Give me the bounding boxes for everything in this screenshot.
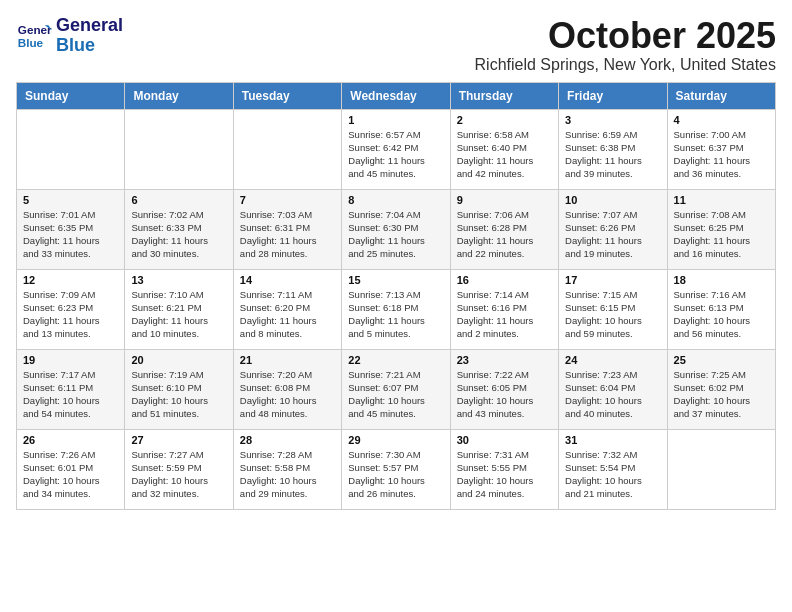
week-row-5: 26Sunrise: 7:26 AM Sunset: 6:01 PM Dayli… (17, 429, 776, 509)
day-number: 30 (457, 434, 552, 446)
day-info: Sunrise: 7:02 AM Sunset: 6:33 PM Dayligh… (131, 208, 226, 261)
calendar-cell: 21Sunrise: 7:20 AM Sunset: 6:08 PM Dayli… (233, 349, 341, 429)
day-number: 10 (565, 194, 660, 206)
day-info: Sunrise: 7:25 AM Sunset: 6:02 PM Dayligh… (674, 368, 769, 421)
logo-text-general: General (56, 16, 123, 36)
day-info: Sunrise: 7:17 AM Sunset: 6:11 PM Dayligh… (23, 368, 118, 421)
logo-text-blue: Blue (56, 36, 123, 56)
day-number: 19 (23, 354, 118, 366)
day-number: 18 (674, 274, 769, 286)
calendar-cell: 19Sunrise: 7:17 AM Sunset: 6:11 PM Dayli… (17, 349, 125, 429)
day-info: Sunrise: 7:04 AM Sunset: 6:30 PM Dayligh… (348, 208, 443, 261)
day-info: Sunrise: 6:59 AM Sunset: 6:38 PM Dayligh… (565, 128, 660, 181)
weekday-header-thursday: Thursday (450, 82, 558, 109)
day-info: Sunrise: 7:19 AM Sunset: 6:10 PM Dayligh… (131, 368, 226, 421)
svg-text:Blue: Blue (18, 36, 44, 49)
calendar-cell: 11Sunrise: 7:08 AM Sunset: 6:25 PM Dayli… (667, 189, 775, 269)
day-number: 31 (565, 434, 660, 446)
calendar-cell: 8Sunrise: 7:04 AM Sunset: 6:30 PM Daylig… (342, 189, 450, 269)
day-info: Sunrise: 7:23 AM Sunset: 6:04 PM Dayligh… (565, 368, 660, 421)
calendar-cell: 24Sunrise: 7:23 AM Sunset: 6:04 PM Dayli… (559, 349, 667, 429)
calendar-cell: 10Sunrise: 7:07 AM Sunset: 6:26 PM Dayli… (559, 189, 667, 269)
calendar-cell: 31Sunrise: 7:32 AM Sunset: 5:54 PM Dayli… (559, 429, 667, 509)
day-number: 25 (674, 354, 769, 366)
day-number: 27 (131, 434, 226, 446)
calendar-cell (233, 109, 341, 189)
day-number: 12 (23, 274, 118, 286)
day-number: 15 (348, 274, 443, 286)
day-number: 2 (457, 114, 552, 126)
logo-icon: General Blue (16, 18, 52, 54)
day-info: Sunrise: 7:10 AM Sunset: 6:21 PM Dayligh… (131, 288, 226, 341)
day-number: 20 (131, 354, 226, 366)
calendar-cell: 1Sunrise: 6:57 AM Sunset: 6:42 PM Daylig… (342, 109, 450, 189)
week-row-1: 1Sunrise: 6:57 AM Sunset: 6:42 PM Daylig… (17, 109, 776, 189)
calendar-cell: 28Sunrise: 7:28 AM Sunset: 5:58 PM Dayli… (233, 429, 341, 509)
day-info: Sunrise: 7:31 AM Sunset: 5:55 PM Dayligh… (457, 448, 552, 501)
day-number: 28 (240, 434, 335, 446)
day-info: Sunrise: 7:00 AM Sunset: 6:37 PM Dayligh… (674, 128, 769, 181)
day-info: Sunrise: 7:13 AM Sunset: 6:18 PM Dayligh… (348, 288, 443, 341)
calendar-cell: 13Sunrise: 7:10 AM Sunset: 6:21 PM Dayli… (125, 269, 233, 349)
calendar-cell: 16Sunrise: 7:14 AM Sunset: 6:16 PM Dayli… (450, 269, 558, 349)
calendar-cell: 14Sunrise: 7:11 AM Sunset: 6:20 PM Dayli… (233, 269, 341, 349)
calendar-cell: 20Sunrise: 7:19 AM Sunset: 6:10 PM Dayli… (125, 349, 233, 429)
title-area: October 2025 Richfield Springs, New York… (475, 16, 776, 74)
weekday-header-wednesday: Wednesday (342, 82, 450, 109)
calendar-cell: 30Sunrise: 7:31 AM Sunset: 5:55 PM Dayli… (450, 429, 558, 509)
day-number: 5 (23, 194, 118, 206)
day-info: Sunrise: 7:20 AM Sunset: 6:08 PM Dayligh… (240, 368, 335, 421)
day-info: Sunrise: 6:58 AM Sunset: 6:40 PM Dayligh… (457, 128, 552, 181)
day-info: Sunrise: 7:08 AM Sunset: 6:25 PM Dayligh… (674, 208, 769, 261)
calendar-cell: 4Sunrise: 7:00 AM Sunset: 6:37 PM Daylig… (667, 109, 775, 189)
weekday-header-saturday: Saturday (667, 82, 775, 109)
weekday-header-row: SundayMondayTuesdayWednesdayThursdayFrid… (17, 82, 776, 109)
day-number: 9 (457, 194, 552, 206)
day-info: Sunrise: 7:07 AM Sunset: 6:26 PM Dayligh… (565, 208, 660, 261)
weekday-header-sunday: Sunday (17, 82, 125, 109)
weekday-header-tuesday: Tuesday (233, 82, 341, 109)
calendar-cell: 15Sunrise: 7:13 AM Sunset: 6:18 PM Dayli… (342, 269, 450, 349)
day-info: Sunrise: 7:16 AM Sunset: 6:13 PM Dayligh… (674, 288, 769, 341)
month-title: October 2025 (475, 16, 776, 56)
day-info: Sunrise: 7:22 AM Sunset: 6:05 PM Dayligh… (457, 368, 552, 421)
week-row-4: 19Sunrise: 7:17 AM Sunset: 6:11 PM Dayli… (17, 349, 776, 429)
day-number: 23 (457, 354, 552, 366)
day-number: 29 (348, 434, 443, 446)
day-number: 16 (457, 274, 552, 286)
calendar-table: SundayMondayTuesdayWednesdayThursdayFrid… (16, 82, 776, 510)
day-number: 13 (131, 274, 226, 286)
day-info: Sunrise: 7:01 AM Sunset: 6:35 PM Dayligh… (23, 208, 118, 261)
day-number: 8 (348, 194, 443, 206)
calendar-cell: 2Sunrise: 6:58 AM Sunset: 6:40 PM Daylig… (450, 109, 558, 189)
day-number: 1 (348, 114, 443, 126)
calendar-cell (667, 429, 775, 509)
day-info: Sunrise: 7:30 AM Sunset: 5:57 PM Dayligh… (348, 448, 443, 501)
day-info: Sunrise: 7:32 AM Sunset: 5:54 PM Dayligh… (565, 448, 660, 501)
day-info: Sunrise: 7:06 AM Sunset: 6:28 PM Dayligh… (457, 208, 552, 261)
calendar-cell: 7Sunrise: 7:03 AM Sunset: 6:31 PM Daylig… (233, 189, 341, 269)
calendar-cell: 17Sunrise: 7:15 AM Sunset: 6:15 PM Dayli… (559, 269, 667, 349)
day-info: Sunrise: 7:11 AM Sunset: 6:20 PM Dayligh… (240, 288, 335, 341)
day-info: Sunrise: 7:14 AM Sunset: 6:16 PM Dayligh… (457, 288, 552, 341)
calendar-cell: 3Sunrise: 6:59 AM Sunset: 6:38 PM Daylig… (559, 109, 667, 189)
day-info: Sunrise: 7:15 AM Sunset: 6:15 PM Dayligh… (565, 288, 660, 341)
weekday-header-monday: Monday (125, 82, 233, 109)
weekday-header-friday: Friday (559, 82, 667, 109)
calendar-cell: 18Sunrise: 7:16 AM Sunset: 6:13 PM Dayli… (667, 269, 775, 349)
day-number: 26 (23, 434, 118, 446)
day-info: Sunrise: 7:03 AM Sunset: 6:31 PM Dayligh… (240, 208, 335, 261)
calendar-cell (125, 109, 233, 189)
calendar-cell: 6Sunrise: 7:02 AM Sunset: 6:33 PM Daylig… (125, 189, 233, 269)
calendar-cell: 27Sunrise: 7:27 AM Sunset: 5:59 PM Dayli… (125, 429, 233, 509)
day-number: 11 (674, 194, 769, 206)
calendar-cell: 9Sunrise: 7:06 AM Sunset: 6:28 PM Daylig… (450, 189, 558, 269)
page-header: General Blue General Blue October 2025 R… (16, 16, 776, 74)
calendar-cell: 12Sunrise: 7:09 AM Sunset: 6:23 PM Dayli… (17, 269, 125, 349)
day-number: 4 (674, 114, 769, 126)
logo: General Blue General Blue (16, 16, 123, 56)
location-title: Richfield Springs, New York, United Stat… (475, 56, 776, 74)
week-row-2: 5Sunrise: 7:01 AM Sunset: 6:35 PM Daylig… (17, 189, 776, 269)
day-info: Sunrise: 7:27 AM Sunset: 5:59 PM Dayligh… (131, 448, 226, 501)
day-info: Sunrise: 6:57 AM Sunset: 6:42 PM Dayligh… (348, 128, 443, 181)
